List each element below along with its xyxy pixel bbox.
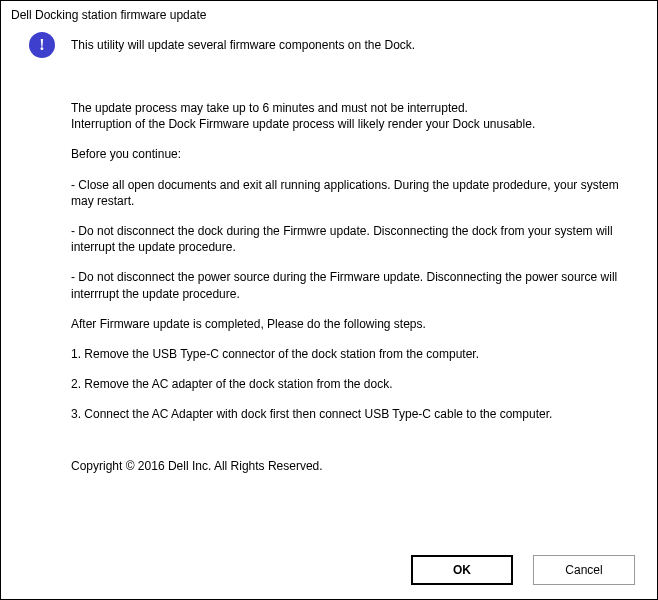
button-row: OK Cancel	[411, 555, 635, 585]
header-message: This utility will update several firmwar…	[71, 38, 415, 52]
ok-button[interactable]: OK	[411, 555, 513, 585]
paragraph: 3. Connect the AC Adapter with dock firs…	[71, 406, 641, 422]
dialog-content: The update process may take up to 6 minu…	[1, 58, 657, 475]
paragraph: - Do not disconnect the power source dur…	[71, 269, 641, 301]
paragraph: Before you continue:	[71, 146, 641, 162]
paragraph: The update process may take up to 6 minu…	[71, 100, 641, 132]
paragraph: 2. Remove the AC adapter of the dock sta…	[71, 376, 641, 392]
dialog-title: Dell Docking station firmware update	[1, 1, 657, 26]
paragraph: After Firmware update is completed, Plea…	[71, 316, 641, 332]
header-row: ! This utility will update several firmw…	[1, 26, 657, 58]
paragraph: 1. Remove the USB Type-C connector of th…	[71, 346, 641, 362]
paragraph: - Close all open documents and exit all …	[71, 177, 641, 209]
dialog-window: Dell Docking station firmware update ! T…	[0, 0, 658, 600]
paragraph: - Do not disconnect the dock during the …	[71, 223, 641, 255]
info-icon: !	[29, 32, 55, 58]
info-icon-glyph: !	[39, 37, 44, 53]
copyright-text: Copyright © 2016 Dell Inc. All Rights Re…	[71, 458, 641, 474]
cancel-button[interactable]: Cancel	[533, 555, 635, 585]
